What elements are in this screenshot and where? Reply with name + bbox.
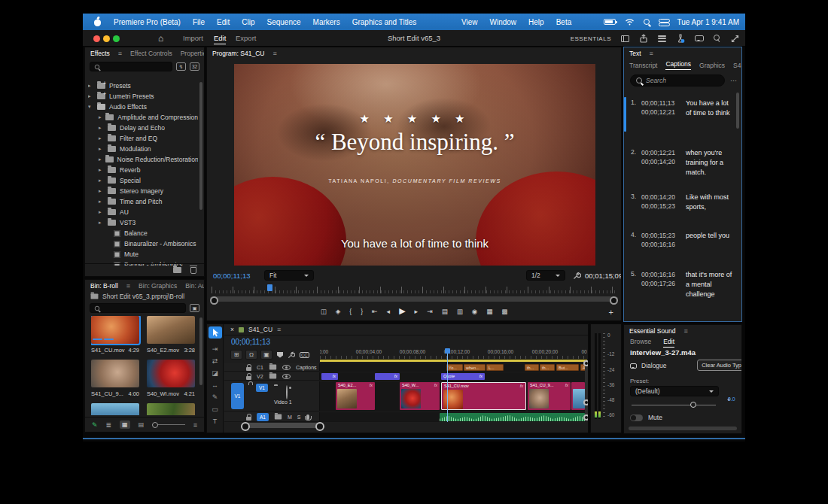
home-icon[interactable]: ⌂: [158, 33, 163, 44]
panel-menu-icon[interactable]: ≡: [272, 50, 276, 57]
clip-thumbnail[interactable]: [147, 403, 195, 415]
clear-audio-type-button[interactable]: Clear Audio Typ: [697, 360, 742, 371]
caption-block[interactable]: But...: [556, 364, 579, 371]
workspace-icon[interactable]: [621, 35, 629, 42]
share-icon[interactable]: [639, 34, 648, 43]
tab-effect-controls[interactable]: Effect Controls: [130, 50, 172, 57]
twisty-icon[interactable]: ▸: [99, 156, 102, 162]
caption-text[interactable]: that it's more of a mental challenge: [686, 270, 732, 299]
quick-search-icon[interactable]: [714, 35, 721, 42]
workspace-label[interactable]: ESSENTIALS: [571, 35, 611, 42]
menu-item[interactable]: Markers: [313, 18, 340, 26]
go-to-in-icon[interactable]: ⇤: [372, 308, 378, 315]
caption-row[interactable]: 4. 00;00;15;2300;00;16;16 people tell yo…: [629, 231, 732, 250]
twisty-icon[interactable]: ▸: [99, 114, 102, 120]
button-editor-icon[interactable]: +: [609, 308, 613, 317]
type-tool[interactable]: T: [209, 415, 222, 427]
track-v2-badge[interactable]: V2: [257, 374, 263, 379]
effects-tree-item[interactable]: ▸ Lumetri Presets: [88, 91, 198, 102]
lock-icon[interactable]: [246, 417, 251, 421]
list-view-icon[interactable]: ≣: [106, 421, 112, 429]
new-bin-icon[interactable]: [173, 267, 181, 273]
32bit-effects-badge-icon[interactable]: 32: [190, 62, 199, 71]
menu-item[interactable]: View: [461, 18, 478, 26]
bin-search-input[interactable]: [90, 303, 186, 313]
selection-tool[interactable]: [209, 326, 222, 339]
step-forward-icon[interactable]: ▸: [415, 308, 419, 315]
menu-item[interactable]: Window: [490, 18, 517, 26]
caption-timecodes[interactable]: 00;00;11;1300;00;12;21: [641, 99, 680, 118]
effects-tree-item[interactable]: ▸ Modulation: [88, 144, 198, 154]
graphic-clip[interactable]: fx: [321, 373, 338, 380]
in-out-filter-icon[interactable]: ▣: [190, 304, 199, 312]
bin-clip[interactable]: S41_CU_9... 4:00: [91, 360, 139, 397]
menu-item[interactable]: File: [193, 18, 205, 26]
mark-in-icon[interactable]: {: [349, 308, 352, 315]
timeline-hscrollbar[interactable]: [242, 423, 323, 428]
eye-icon[interactable]: [286, 385, 288, 399]
mic-icon[interactable]: [306, 414, 309, 420]
clip-thumbnail[interactable]: [147, 316, 195, 344]
effects-tree-item[interactable]: ▸ Filter and EQ: [88, 133, 198, 144]
spotlight-search-icon[interactable]: [644, 19, 650, 25]
track-c1-badge[interactable]: C1: [257, 365, 263, 370]
video-clip[interactable]: S41_CU_9...fx: [528, 382, 571, 410]
close-sequence-icon[interactable]: ×: [230, 326, 234, 333]
lock-icon[interactable]: [246, 367, 251, 371]
twisty-icon[interactable]: ▸: [99, 146, 104, 152]
audio-clip[interactable]: [440, 413, 585, 421]
work-area-bar[interactable]: [320, 360, 587, 362]
add-marker-icon[interactable]: ◈: [336, 308, 341, 315]
captions-scrollbar[interactable]: [736, 93, 739, 129]
fullscreen-icon[interactable]: [731, 35, 739, 43]
twisty-icon[interactable]: ▸: [99, 199, 104, 205]
tab-properties[interactable]: Propertie: [181, 50, 204, 57]
source-patch-v1[interactable]: V1: [231, 383, 244, 409]
bin-clip[interactable]: [147, 403, 195, 415]
program-timecode[interactable]: 00;00;11;13: [213, 272, 250, 280]
nav-import[interactable]: Import: [183, 34, 203, 42]
effects-tree-item[interactable]: ▸ Presets: [88, 80, 198, 91]
comparison-view-icon[interactable]: ◫: [321, 308, 327, 315]
wifi-icon[interactable]: [625, 18, 635, 26]
lock-icon[interactable]: [246, 376, 251, 380]
captions-visibility-icon[interactable]: CC: [300, 352, 309, 358]
caption-timecodes[interactable]: 00;00;15;2300;00;16;16: [641, 231, 680, 250]
extract-icon[interactable]: ▥: [457, 308, 463, 315]
accelerated-effects-badge-icon[interactable]: ↯: [176, 62, 186, 71]
bin-clip[interactable]: S40_E2.mov 3:28: [147, 316, 195, 354]
effects-tree-item[interactable]: Balance: [88, 228, 198, 238]
more-options-icon[interactable]: ···: [730, 77, 737, 84]
sort-icon[interactable]: ≡: [193, 421, 197, 429]
panel-menu-icon[interactable]: ≡: [683, 327, 687, 335]
mute-toggle[interactable]: [630, 414, 643, 421]
volume-slider[interactable]: [632, 405, 716, 405]
track-a1-badge[interactable]: A1: [257, 413, 269, 421]
caption-block[interactable]: th...: [525, 364, 539, 371]
twisty-icon[interactable]: ▸: [99, 220, 104, 226]
menu-item[interactable]: Help: [528, 18, 544, 26]
caption-timecodes[interactable]: 00;00;16;1600;00;17;26: [641, 270, 680, 299]
solo-track-button[interactable]: S: [297, 414, 301, 420]
tab-graphics[interactable]: Graphics: [699, 62, 725, 69]
effects-tree-item[interactable]: ▸ Reverb: [88, 165, 198, 175]
caption-timecodes[interactable]: 00;00;14;2000;00;15;23: [641, 193, 680, 212]
insert-folder-icon[interactable]: [269, 374, 275, 379]
video-clip[interactable]: S40_E2...fx: [336, 382, 375, 410]
caption-row[interactable]: 1. 00;00;11;1300;00;12;21 You have a lot…: [629, 99, 732, 118]
effects-tree-item[interactable]: ▸ Noise Reduction/Restoration: [88, 154, 198, 165]
clip-thumbnail[interactable]: [91, 360, 139, 387]
thumbnail-size-slider[interactable]: [152, 424, 185, 425]
overwrite-icon[interactable]: ▩: [501, 308, 507, 315]
twisty-icon[interactable]: ▸: [99, 167, 104, 173]
eye-icon[interactable]: [282, 365, 291, 370]
clip-thumbnail[interactable]: [91, 403, 139, 415]
menu-item[interactable]: Clip: [242, 18, 254, 26]
caption-row[interactable]: 2. 00;00;12;2100;00;14;20 when you're tr…: [629, 148, 732, 178]
video-clip[interactable]: S41_CU.movfx: [441, 382, 526, 410]
effects-tree-item[interactable]: ▸ VST3: [88, 217, 198, 228]
thumbnail-view-icon[interactable]: ▦: [120, 421, 130, 429]
zoom-window-button[interactable]: [113, 35, 120, 42]
caption-row[interactable]: 3. 00;00;14;2000;00;15;23 Like with most…: [629, 193, 732, 212]
playback-resolution-dropdown[interactable]: 1/2: [526, 270, 565, 281]
